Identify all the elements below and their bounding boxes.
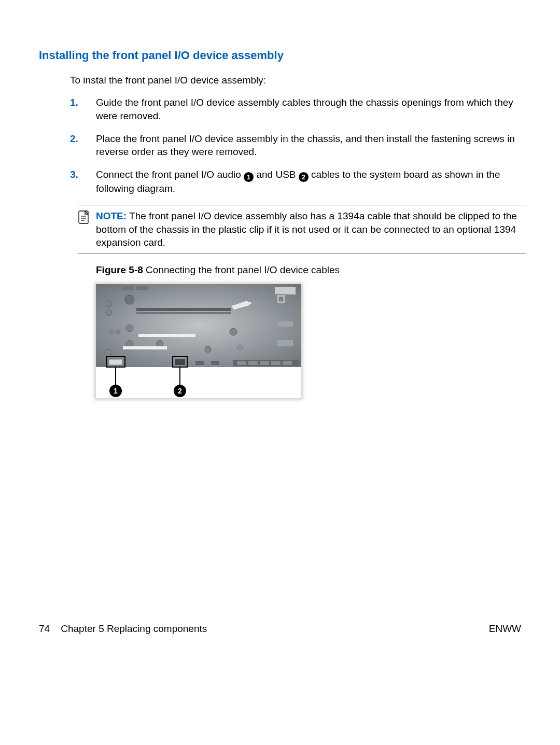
step-number: 2.	[70, 132, 78, 146]
svg-rect-24	[136, 312, 231, 314]
step-text: Place the front panel I/O device assembl…	[96, 133, 515, 158]
svg-point-11	[125, 295, 134, 304]
svg-rect-33	[271, 361, 281, 365]
svg-rect-28	[277, 340, 293, 346]
svg-point-12	[126, 325, 133, 332]
svg-rect-39	[109, 359, 122, 365]
svg-rect-32	[260, 361, 269, 365]
svg-rect-8	[275, 287, 296, 294]
svg-rect-25	[138, 334, 195, 337]
figure-label: Figure 5-8	[96, 264, 143, 275]
diagram-callout-1: 1	[114, 387, 118, 395]
figure-block: Figure 5-8 Connecting the front panel I/…	[96, 263, 526, 401]
svg-rect-31	[248, 361, 258, 365]
svg-point-18	[109, 329, 114, 334]
diagram-callout-2: 2	[178, 387, 182, 395]
svg-rect-7	[136, 286, 148, 290]
intro-text: To instal the front panel I/O device ass…	[70, 74, 526, 87]
svg-rect-35	[195, 361, 204, 365]
svg-point-20	[106, 301, 112, 307]
svg-rect-23	[136, 308, 231, 311]
note-block: NOTE: The front panel I/O device assembl…	[78, 205, 526, 254]
svg-rect-30	[237, 361, 246, 365]
figure-caption-text: Connecting the front panel I/O device ca…	[143, 264, 340, 275]
step-list: 1. Guide the front panel I/O device asse…	[70, 96, 526, 195]
svg-rect-41	[175, 359, 185, 365]
svg-point-17	[237, 345, 243, 350]
step-number: 1.	[70, 96, 78, 109]
svg-rect-37	[154, 361, 161, 365]
svg-point-19	[115, 329, 120, 334]
figure-caption: Figure 5-8 Connecting the front panel I/…	[96, 263, 526, 277]
footer-right: ENWW	[489, 622, 521, 636]
svg-rect-36	[211, 361, 219, 365]
step-2: 2. Place the front panel I/O device asse…	[70, 132, 526, 159]
svg-rect-27	[277, 321, 293, 327]
chapter-label: Chapter 5 Replacing components	[61, 623, 207, 634]
svg-rect-26	[123, 346, 167, 349]
svg-rect-34	[283, 361, 292, 365]
svg-point-22	[105, 349, 112, 356]
callout-2-inline: 2	[299, 172, 309, 182]
diagram-wrap: 1 2	[96, 284, 301, 398]
page-number: 74	[39, 623, 50, 634]
footer-left: 74 Chapter 5 Replacing components	[39, 622, 207, 636]
step-1: 1. Guide the front panel I/O device asse…	[70, 96, 526, 122]
step-text-part: Connect the front panel I/O audio	[96, 169, 244, 180]
step-3: 3. Connect the front panel I/O audio 1 a…	[70, 168, 526, 195]
page-footer: 74 Chapter 5 Replacing components ENWW	[39, 622, 521, 636]
svg-point-14	[156, 340, 163, 347]
page-content: Installing the front panel I/O device as…	[39, 48, 526, 401]
svg-point-15	[230, 328, 237, 335]
svg-point-10	[279, 297, 283, 301]
svg-point-16	[205, 346, 211, 353]
motherboard-diagram: 1 2	[96, 284, 301, 398]
note-icon	[78, 210, 89, 224]
section-heading: Installing the front panel I/O device as…	[39, 48, 526, 63]
svg-point-13	[126, 340, 133, 347]
svg-point-21	[106, 310, 112, 316]
note-label: NOTE:	[96, 210, 127, 221]
svg-rect-6	[122, 286, 133, 290]
step-text: Guide the front panel I/O device assembl…	[96, 97, 513, 121]
callout-1-inline: 1	[244, 172, 254, 182]
note-text: The front panel I/O device assembly also…	[96, 210, 517, 248]
step-number: 3.	[70, 168, 78, 181]
step-text-part: and USB	[256, 169, 298, 180]
